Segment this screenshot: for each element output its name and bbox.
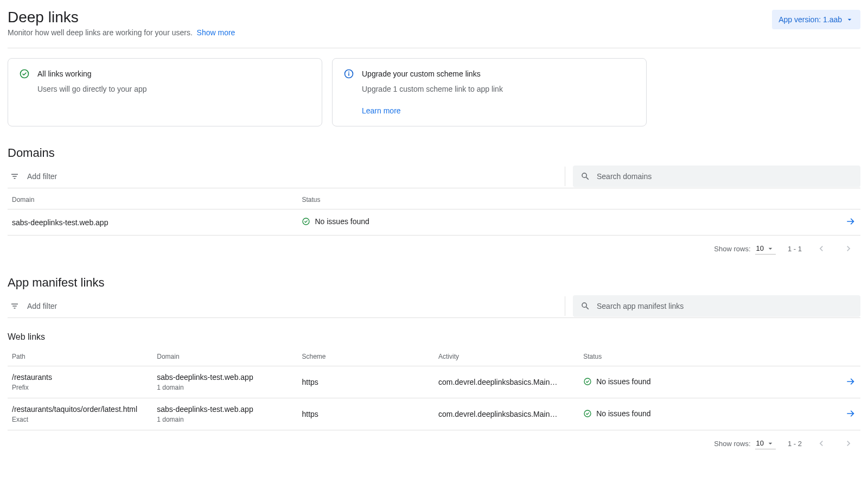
arrow-right-icon	[845, 376, 856, 387]
svg-point-2	[348, 72, 349, 73]
search-icon	[580, 171, 590, 181]
check-circle-icon	[302, 217, 310, 226]
table-row[interactable]: sabs-deeplinks-test.web.app No issues fo…	[8, 209, 860, 236]
page-range: 1 - 2	[788, 440, 802, 448]
vertical-separator	[565, 167, 565, 186]
status-text: No issues found	[596, 377, 650, 386]
info-icon	[343, 68, 354, 79]
chevron-right-icon	[843, 243, 854, 254]
app-version-label: App version: 1.aab	[778, 15, 842, 24]
chevron-down-icon	[766, 439, 775, 448]
domains-search[interactable]	[573, 166, 860, 187]
card-body: Users will go directly to your app	[37, 85, 311, 93]
col-status: Status	[297, 188, 839, 209]
search-icon	[580, 301, 590, 311]
show-rows-label: Show rows:	[714, 440, 750, 448]
col-domain: Domain	[152, 345, 297, 366]
cell-scheme: https	[297, 398, 434, 430]
add-filter-button[interactable]: Add filter	[8, 171, 57, 181]
chevron-left-icon	[816, 438, 827, 449]
path-text: /restaurants/taquitos/order/latest.html	[12, 405, 148, 414]
page-range: 1 - 1	[788, 245, 802, 253]
arrow-right-icon	[845, 408, 856, 419]
card-upgrade-scheme: Upgrade your custom scheme links Upgrade…	[332, 58, 647, 126]
card-title: Upgrade your custom scheme links	[362, 69, 481, 78]
domain-subtext: 1 domain	[157, 416, 293, 423]
row-arrow-button[interactable]	[845, 376, 856, 387]
check-circle-icon	[583, 409, 592, 418]
domains-pager: Show rows: 10 1 - 1	[8, 236, 860, 256]
filter-icon	[10, 171, 20, 181]
chevron-down-icon	[845, 15, 854, 24]
next-page-button[interactable]	[841, 436, 856, 451]
weblinks-heading: Web links	[8, 332, 860, 342]
vertical-separator	[565, 296, 565, 316]
domains-heading: Domains	[8, 146, 860, 160]
cell-activity: com.devrel.deeplinksbasics.MainActiv…	[434, 366, 579, 398]
arrow-right-icon	[845, 216, 856, 227]
domain-text: sabs-deeplinks-test.web.app	[157, 373, 293, 382]
check-circle-icon	[19, 68, 30, 79]
cell-domain: sabs-deeplinks-test.web.app 1 domain	[152, 398, 297, 430]
row-arrow-button[interactable]	[845, 216, 856, 227]
manifest-heading: App manifest links	[8, 276, 860, 290]
svg-rect-3	[348, 73, 349, 76]
status-text: No issues found	[596, 409, 650, 418]
table-row[interactable]: /restaurants Prefix sabs-deeplinks-test.…	[8, 366, 860, 398]
rows-per-page-select[interactable]: 10	[755, 243, 776, 255]
domain-text: sabs-deeplinks-test.web.app	[157, 405, 293, 414]
add-filter-button[interactable]: Add filter	[8, 301, 57, 311]
learn-more-link[interactable]: Learn more	[362, 106, 635, 115]
cell-path: /restaurants/taquitos/order/latest.html …	[8, 398, 152, 430]
cell-activity: com.devrel.deeplinksbasics.MainActiv…	[434, 398, 579, 430]
show-rows-label: Show rows:	[714, 245, 750, 253]
prev-page-button[interactable]	[814, 241, 829, 256]
cell-domain: sabs-deeplinks-test.web.app	[8, 209, 297, 236]
subtitle-text: Monitor how well deep links are working …	[8, 28, 193, 37]
add-filter-label: Add filter	[27, 302, 57, 310]
card-title: All links working	[37, 69, 92, 78]
manifest-filter-row: Add filter	[8, 294, 860, 318]
check-circle-icon	[583, 377, 592, 386]
cell-path: /restaurants Prefix	[8, 366, 152, 398]
rows-value: 10	[756, 244, 764, 252]
cell-status: No issues found	[579, 366, 839, 398]
row-arrow-button[interactable]	[845, 408, 856, 419]
domains-filter-row: Add filter	[8, 164, 860, 188]
rows-value: 10	[756, 439, 764, 447]
rows-per-page-select[interactable]: 10	[755, 438, 776, 449]
activity-text: com.devrel.deeplinksbasics.MainActiv…	[438, 378, 558, 386]
chevron-down-icon	[766, 244, 775, 253]
filter-icon	[10, 301, 20, 311]
header-separator	[8, 48, 860, 48]
path-text: /restaurants	[12, 373, 148, 382]
col-domain: Domain	[8, 188, 297, 209]
activity-text: com.devrel.deeplinksbasics.MainActiv…	[438, 410, 558, 418]
manifest-search-input[interactable]	[596, 301, 853, 311]
card-body: Upgrade 1 custom scheme link to app link	[362, 85, 635, 93]
path-subtext: Prefix	[12, 384, 148, 391]
domains-table: Domain Status sabs-deeplinks-test.web.ap…	[8, 188, 860, 236]
manifest-search[interactable]	[573, 295, 860, 317]
status-text: No issues found	[315, 217, 369, 226]
col-activity: Activity	[434, 345, 579, 366]
card-all-links-working: All links working Users will go directly…	[8, 58, 322, 126]
chevron-left-icon	[816, 243, 827, 254]
path-subtext: Exact	[12, 416, 148, 423]
show-more-link[interactable]: Show more	[197, 28, 235, 37]
table-row[interactable]: /restaurants/taquitos/order/latest.html …	[8, 398, 860, 430]
cell-domain: sabs-deeplinks-test.web.app 1 domain	[152, 366, 297, 398]
page-subtitle: Monitor how well deep links are working …	[8, 28, 235, 37]
add-filter-label: Add filter	[27, 172, 57, 181]
prev-page-button[interactable]	[814, 436, 829, 451]
app-version-dropdown[interactable]: App version: 1.aab	[772, 10, 860, 29]
col-path: Path	[8, 345, 152, 366]
cell-status: No issues found	[579, 398, 839, 430]
domains-search-input[interactable]	[596, 171, 853, 181]
weblinks-pager: Show rows: 10 1 - 2	[8, 430, 860, 451]
cell-scheme: https	[297, 366, 434, 398]
next-page-button[interactable]	[841, 241, 856, 256]
col-scheme: Scheme	[297, 345, 434, 366]
status-cards: All links working Users will go directly…	[8, 58, 860, 126]
cell-status: No issues found	[297, 209, 839, 236]
